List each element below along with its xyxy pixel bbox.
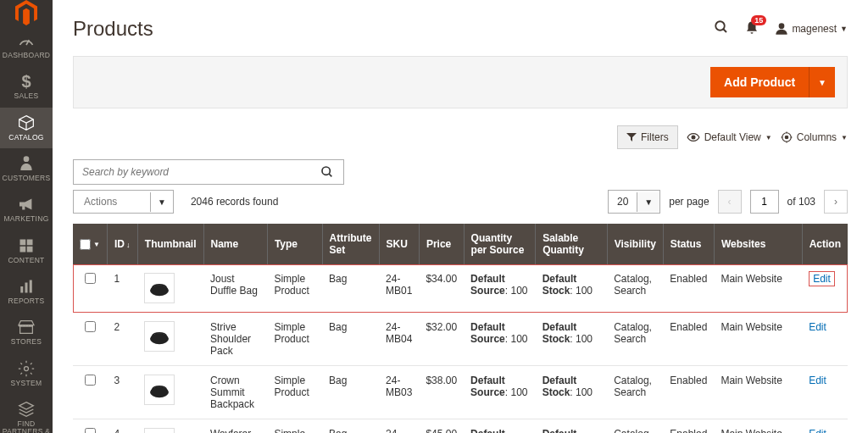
col-price[interactable]: Price <box>419 224 464 264</box>
nav-item-marketing[interactable]: MARKETING <box>0 189 53 230</box>
nav-item-content[interactable]: CONTENT <box>0 230 53 271</box>
add-product-button[interactable]: Add Product <box>710 67 809 97</box>
product-thumbnail <box>144 273 175 303</box>
svg-line-11 <box>724 29 727 32</box>
edit-link[interactable]: Edit <box>809 375 826 386</box>
col-qty-per-source[interactable]: Quantity per Source <box>464 224 536 264</box>
cell-websites: Main Website <box>714 264 802 313</box>
col-name[interactable]: Name <box>203 224 267 264</box>
select-all-checkbox[interactable] <box>80 239 91 250</box>
search-submit-icon[interactable] <box>311 160 343 184</box>
box-icon <box>18 114 35 131</box>
page-number-input[interactable] <box>750 190 779 214</box>
edit-link[interactable]: Edit <box>809 321 826 333</box>
chevron-down-icon[interactable]: ▼ <box>93 241 100 248</box>
table-row[interactable]: 2Strive Shoulder PackSimple ProductBag24… <box>73 313 848 366</box>
products-table: ▼ ID↓ Thumbnail Name Type Attribute Set … <box>73 224 848 433</box>
chevron-down-icon: ▼ <box>150 192 173 212</box>
col-attr-set[interactable]: Attribute Set <box>322 224 379 264</box>
columns-button[interactable]: Columns ▼ <box>781 131 848 143</box>
gear-icon <box>18 360 35 377</box>
cell-visibility: Catalog, Search <box>607 419 663 434</box>
grid-pagination-row: Actions ▼ 2046 records found 20 ▼ per pa… <box>73 190 848 214</box>
cell-id: 3 <box>107 366 137 419</box>
nav-item-system[interactable]: SYSTEM <box>0 353 53 394</box>
svg-point-15 <box>785 136 788 139</box>
page-header: Products 15 magenest ▼ <box>73 0 848 56</box>
row-checkbox[interactable] <box>85 321 96 332</box>
nav-item-find-partners-extensions[interactable]: FIND PARTNERS & EXTENSIONS <box>0 394 53 433</box>
row-checkbox[interactable] <box>85 375 96 386</box>
search-box <box>73 159 344 185</box>
nav-label: CUSTOMERS <box>3 175 51 182</box>
svg-rect-2 <box>20 239 26 245</box>
magento-logo[interactable] <box>0 0 53 25</box>
nav-item-stores[interactable]: STORES <box>0 312 53 353</box>
cell-type: Simple Product <box>267 264 322 313</box>
search-icon[interactable] <box>714 19 729 39</box>
cell-price: $32.00 <box>419 313 464 366</box>
cell-visibility: Catalog, Search <box>607 366 663 419</box>
svg-point-12 <box>779 23 785 29</box>
table-row[interactable]: 3Crown Summit BackpackSimple ProductBag2… <box>73 366 848 419</box>
svg-point-10 <box>716 21 726 31</box>
col-visibility[interactable]: Visibility <box>607 224 663 264</box>
cell-salable-qty: Default Stock: 100 <box>536 419 608 434</box>
main-content: Products 15 magenest ▼ Add Product ▼ <box>53 0 868 433</box>
table-row[interactable]: 1Joust Duffle BagSimple ProductBag24-MB0… <box>73 264 848 313</box>
cell-name: Wayfarer Messenger Bag <box>203 419 267 434</box>
cell-sku: 24-MB05 <box>379 419 419 434</box>
search-input[interactable] <box>74 160 311 184</box>
product-thumbnail <box>144 375 175 405</box>
edit-link[interactable]: Edit <box>809 271 835 286</box>
col-salable-qty[interactable]: Salable Quantity <box>536 224 608 264</box>
cell-type: Simple Product <box>267 419 322 434</box>
row-checkbox[interactable] <box>85 273 96 284</box>
nav-label: STORES <box>11 338 42 346</box>
stack-icon <box>18 401 35 418</box>
nav-label: REPORTS <box>8 297 44 305</box>
cell-attr-set: Bag <box>322 419 379 434</box>
col-action[interactable]: Action <box>802 224 848 264</box>
table-row[interactable]: 4Wayfarer Messenger BagSimple ProductBag… <box>73 419 848 434</box>
notifications-icon[interactable]: 15 <box>744 20 760 38</box>
actions-dropdown[interactable]: Actions ▼ <box>73 190 174 214</box>
col-id[interactable]: ID↓ <box>107 224 137 264</box>
cell-salable-qty: Default Stock: 100 <box>536 313 608 366</box>
product-thumbnail <box>144 428 175 433</box>
svg-point-1 <box>24 156 30 162</box>
cell-visibility: Catalog, Search <box>607 264 663 313</box>
user-menu[interactable]: magenest ▼ <box>775 22 848 36</box>
nav-label: SYSTEM <box>11 380 42 387</box>
svg-rect-7 <box>25 283 28 293</box>
cell-qty-per-source: Default Source: 100 <box>464 313 536 366</box>
sort-down-icon: ↓ <box>126 241 131 249</box>
edit-link[interactable]: Edit <box>809 428 826 433</box>
nav-item-catalog[interactable]: CATALOG <box>0 108 53 148</box>
cell-websites: Main Website <box>714 313 802 366</box>
cell-status: Enabled <box>663 419 714 434</box>
nav-label: CATALOG <box>8 134 43 142</box>
prev-page-button[interactable]: ‹ <box>718 190 742 214</box>
page-title: Products <box>73 17 153 41</box>
col-type[interactable]: Type <box>267 224 322 264</box>
next-page-button[interactable]: › <box>824 190 848 214</box>
add-product-dropdown[interactable]: ▼ <box>809 67 835 97</box>
row-checkbox[interactable] <box>85 428 96 433</box>
cell-salable-qty: Default Stock: 100 <box>536 366 608 419</box>
nav-item-customers[interactable]: CUSTOMERS <box>0 148 53 189</box>
nav-item-reports[interactable]: REPORTS <box>0 271 53 312</box>
dash-icon <box>18 32 35 49</box>
cell-id: 2 <box>107 313 137 366</box>
filters-button[interactable]: Filters <box>617 125 678 149</box>
nav-item-sales[interactable]: $SALES <box>0 66 53 107</box>
col-sku[interactable]: SKU <box>379 224 419 264</box>
cell-id: 4 <box>107 419 137 434</box>
col-status[interactable]: Status <box>663 224 714 264</box>
default-view-button[interactable]: Default View ▼ <box>687 131 772 143</box>
nav-item-dashboard[interactable]: DASHBOARD <box>0 25 53 66</box>
col-websites[interactable]: Websites <box>714 224 802 264</box>
per-page-select[interactable]: 20 ▼ <box>608 190 660 214</box>
col-thumbnail[interactable]: Thumbnail <box>137 224 203 264</box>
cell-price: $45.00 <box>419 419 464 434</box>
